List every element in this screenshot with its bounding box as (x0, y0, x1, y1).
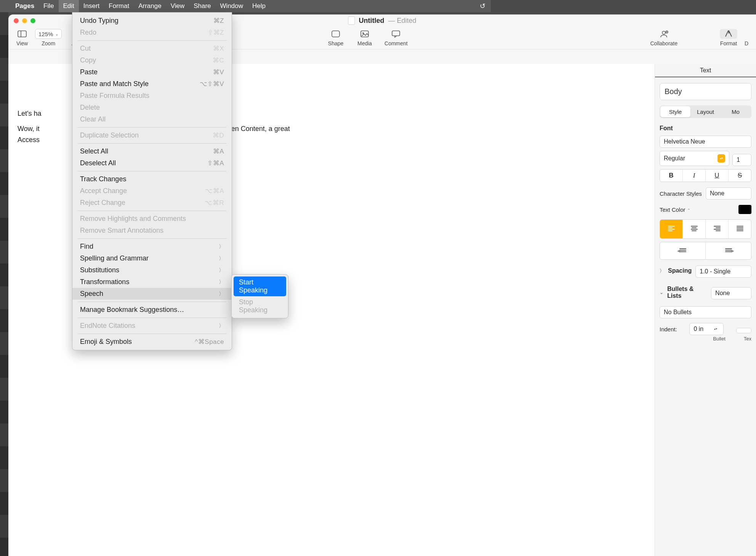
shortcut-label: ⌥⌘A (205, 187, 224, 195)
toolbar-media[interactable]: Media (356, 29, 374, 46)
menu-item-cut: Cut⌘X (72, 43, 232, 54)
chevron-right-icon: 〉 (219, 267, 224, 274)
comment-icon (391, 29, 401, 39)
zoom-select[interactable]: 125%⌄ (35, 29, 62, 39)
shortcut-label: ⌘V (213, 68, 224, 76)
toolbar-view-label: View (16, 40, 28, 46)
menubar: Pages File Edit Insert Format Arrange Vi… (0, 0, 491, 12)
shortcut-label: ⇧⌘A (207, 159, 224, 167)
menu-item-paste-formula-results: Paste Formula Results (72, 90, 232, 102)
menu-item-clear-all: Clear All (72, 113, 232, 125)
chevron-right-icon: 〉 (219, 291, 224, 297)
chevron-right-icon: 〉 (219, 279, 224, 286)
shortcut-label: ^⌘Space (195, 338, 224, 346)
menu-item-speech[interactable]: Speech〉 (72, 288, 232, 300)
menu-item-remove-highlights-and-comments: Remove Highlights and Comments (72, 213, 232, 225)
menu-arrange[interactable]: Arrange (134, 0, 166, 12)
shortcut-label: ⌘A (213, 147, 224, 155)
menu-item-substitutions[interactable]: Substitutions〉 (72, 264, 232, 276)
shortcut-label: ⌥⌘R (205, 199, 224, 207)
start-speaking-item[interactable]: Start Speaking (234, 276, 286, 296)
document-icon (348, 16, 355, 25)
toolbar-zoom[interactable]: 125%⌄ Zoom (35, 29, 62, 46)
chevron-down-icon: ⌄ (55, 32, 58, 36)
menu-item-endnote-citations: EndNote Citations〉 (72, 320, 232, 332)
menu-format[interactable]: Format (104, 0, 134, 12)
toolbar-zoom-label: Zoom (42, 40, 55, 46)
menu-item-find[interactable]: Find〉 (72, 241, 232, 252)
menu-item-paste-and-match-style[interactable]: Paste and Match Style⌥⇧⌘V (72, 78, 232, 90)
svg-rect-2 (332, 31, 340, 37)
menu-item-paste[interactable]: Paste⌘V (72, 66, 232, 78)
svg-point-4 (362, 32, 364, 34)
menu-share[interactable]: Share (189, 0, 215, 12)
menu-item-copy: Copy⌘C (72, 54, 232, 66)
desktop-background (0, 12, 8, 361)
shortcut-label: ⌥⇧⌘V (200, 80, 224, 88)
edit-menu-dropdown: Undo Typing⌘ZRedo⇧⌘ZCut⌘XCopy⌘CPaste⌘VPa… (72, 12, 232, 350)
speech-submenu: Start Speaking Stop Speaking (231, 274, 288, 318)
menu-item-deselect-all[interactable]: Deselect All⇧⌘A (72, 157, 232, 169)
menu-item-undo-typing[interactable]: Undo Typing⌘Z (72, 15, 232, 27)
window-title: Untitled — Edited (348, 16, 416, 25)
document-status: — Edited (388, 17, 416, 25)
menu-file[interactable]: File (39, 0, 58, 12)
time-machine-icon[interactable]: ↺ (480, 2, 485, 10)
menu-view[interactable]: View (166, 0, 189, 12)
svg-rect-5 (392, 31, 400, 36)
shortcut-label: ⌘D (213, 131, 224, 139)
shape-icon (331, 29, 341, 39)
chevron-right-icon: 〉 (219, 243, 224, 250)
menu-item-manage-bookmark-suggestions[interactable]: Manage Bookmark Suggestions… (72, 304, 232, 316)
window-zoom[interactable] (30, 18, 35, 23)
chevron-right-icon: 〉 (219, 323, 224, 329)
menu-item-redo: Redo⇧⌘Z (72, 27, 232, 38)
menu-item-remove-smart-annotations: Remove Smart Annotations (72, 225, 232, 236)
chevron-right-icon: 〉 (219, 255, 224, 262)
menu-insert[interactable]: Insert (79, 0, 104, 12)
window-minimize[interactable] (22, 18, 27, 23)
menu-item-delete: Delete (72, 102, 232, 113)
toolbar-view[interactable]: View (13, 29, 31, 46)
menu-item-select-all[interactable]: Select All⌘A (72, 145, 232, 157)
menu-item-duplicate-selection: Duplicate Selection⌘D (72, 129, 232, 141)
menu-item-transformations[interactable]: Transformations〉 (72, 276, 232, 288)
menu-app[interactable]: Pages (11, 0, 39, 12)
window-close[interactable] (14, 18, 19, 23)
menu-item-emoji-symbols[interactable]: Emoji & Symbols^⌘Space (72, 336, 232, 348)
shortcut-label: ⌘C (213, 56, 224, 64)
document-title: Untitled (359, 17, 384, 25)
menu-help[interactable]: Help (248, 0, 270, 12)
shortcut-label: ⌘Z (213, 17, 224, 25)
media-icon (360, 29, 370, 39)
menu-item-reject-change: Reject Change⌥⌘R (72, 197, 232, 209)
shortcut-label: ⌘X (213, 45, 224, 53)
menu-edit[interactable]: Edit (59, 0, 79, 12)
menu-window[interactable]: Window (216, 0, 248, 12)
sidebar-icon (17, 29, 27, 39)
stop-speaking-item: Stop Speaking (234, 296, 286, 316)
toolbar-comment[interactable]: Comment (384, 29, 408, 46)
svg-rect-0 (18, 31, 26, 37)
toolbar-shape[interactable]: Shape (327, 29, 345, 46)
shortcut-label: ⇧⌘Z (208, 29, 224, 37)
menu-item-spelling-and-grammar[interactable]: Spelling and Grammar〉 (72, 252, 232, 264)
menu-item-track-changes[interactable]: Track Changes (72, 173, 232, 185)
menu-item-accept-change: Accept Change⌥⌘A (72, 185, 232, 197)
